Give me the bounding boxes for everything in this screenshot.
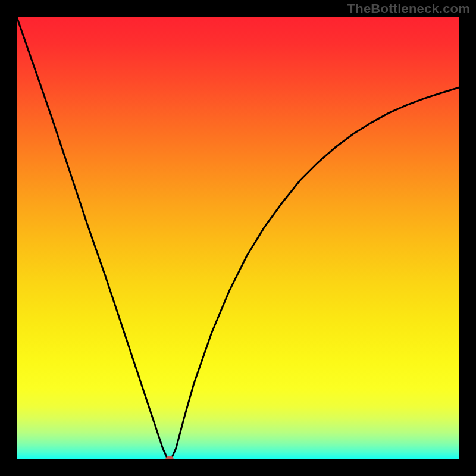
chart-frame: TheBottleneck.com [0,0,476,476]
optimum-marker [165,456,174,459]
bottleneck-curve [17,17,459,459]
curve-path [17,17,459,458]
attribution-text: TheBottleneck.com [347,1,470,17]
plot-area [17,17,459,459]
